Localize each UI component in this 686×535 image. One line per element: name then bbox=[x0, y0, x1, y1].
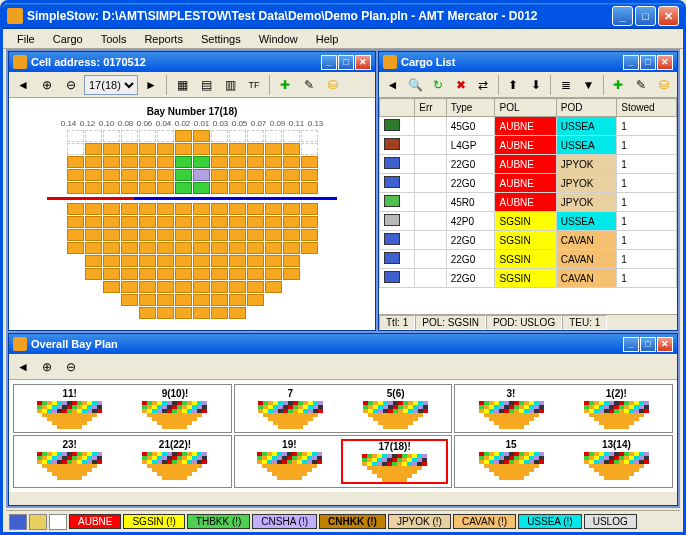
bay-cell[interactable] bbox=[175, 307, 192, 319]
bay-cell[interactable] bbox=[247, 242, 264, 254]
bay-cell[interactable] bbox=[301, 143, 318, 155]
bay-cell[interactable] bbox=[157, 143, 174, 155]
bay-cell[interactable] bbox=[247, 229, 264, 241]
nav-back-button[interactable]: ◄ bbox=[382, 74, 403, 96]
overall-bay-grid[interactable]: 11!9(10)!75(6)3!1(2)!23!21(22)!19!17(18)… bbox=[9, 380, 677, 492]
bay-cell[interactable] bbox=[85, 169, 102, 181]
bay-cell[interactable] bbox=[265, 229, 282, 241]
bay-cell[interactable] bbox=[229, 203, 246, 215]
bay-cell[interactable] bbox=[139, 281, 156, 293]
panel-close-button[interactable]: ✕ bbox=[657, 337, 673, 352]
bay-cell[interactable] bbox=[67, 203, 84, 215]
table-row[interactable]: 22G0 AUBNE JPYOK 1 bbox=[380, 155, 677, 174]
bay-cell[interactable] bbox=[157, 255, 174, 267]
port-chip-cnsha[interactable]: CNSHA (!) bbox=[252, 514, 317, 529]
bay-cell[interactable] bbox=[121, 156, 138, 168]
bay-cell[interactable] bbox=[229, 216, 246, 228]
bay-cell[interactable] bbox=[265, 182, 282, 194]
bay-cell[interactable] bbox=[193, 203, 210, 215]
bay-cell[interactable] bbox=[301, 229, 318, 241]
col-header[interactable] bbox=[380, 99, 415, 117]
bay-cell[interactable] bbox=[211, 268, 228, 280]
bay-cell[interactable] bbox=[85, 143, 102, 155]
bay-cell[interactable] bbox=[283, 255, 300, 267]
bay-cell[interactable] bbox=[139, 130, 156, 142]
bay-cell[interactable] bbox=[121, 255, 138, 267]
bay-cell[interactable] bbox=[229, 268, 246, 280]
bay-cell[interactable] bbox=[211, 307, 228, 319]
bay-cell[interactable] bbox=[193, 242, 210, 254]
bay-cell[interactable] bbox=[175, 255, 192, 267]
bay-cell[interactable] bbox=[67, 182, 84, 194]
tool-icon-3[interactable] bbox=[49, 514, 67, 530]
bay-cell[interactable] bbox=[301, 216, 318, 228]
bay-cell[interactable] bbox=[85, 242, 102, 254]
nav-forward-button[interactable]: ► bbox=[140, 74, 162, 96]
bay-cell[interactable] bbox=[139, 216, 156, 228]
bay-cell[interactable] bbox=[139, 255, 156, 267]
bay-cell[interactable] bbox=[193, 216, 210, 228]
bay-cell[interactable] bbox=[175, 216, 192, 228]
port-chip-jpyok[interactable]: JPYOK (!) bbox=[388, 514, 451, 529]
bay-cell[interactable] bbox=[85, 229, 102, 241]
sort-desc-icon[interactable]: ⬇ bbox=[526, 74, 547, 96]
bay-cell[interactable] bbox=[139, 307, 156, 319]
bay-cell[interactable] bbox=[247, 182, 264, 194]
table-row[interactable]: 22G0 SGSIN CAVAN 1 bbox=[380, 231, 677, 250]
bay-cell[interactable] bbox=[265, 203, 282, 215]
panel-minimize-button[interactable]: _ bbox=[321, 55, 337, 70]
cargo-table[interactable]: ErrTypePOLPODStowed 45G0 AUBNE USSEA 1 L… bbox=[379, 98, 677, 288]
bay-cell[interactable] bbox=[157, 281, 174, 293]
bay-cell[interactable] bbox=[121, 229, 138, 241]
panel-close-button[interactable]: ✕ bbox=[355, 55, 371, 70]
mini-bay[interactable]: 1(2)! bbox=[564, 388, 669, 429]
bay-cell[interactable] bbox=[103, 229, 120, 241]
bay-cell[interactable] bbox=[103, 130, 120, 142]
filter-icon[interactable]: ▼ bbox=[578, 74, 599, 96]
zoom-out-button[interactable]: ⊖ bbox=[60, 356, 82, 378]
mini-bay[interactable]: 21(22)! bbox=[122, 439, 227, 484]
menu-reports[interactable]: Reports bbox=[144, 33, 183, 45]
bay-cell[interactable] bbox=[193, 130, 210, 142]
mini-bay[interactable]: 19! bbox=[238, 439, 341, 484]
bay-cell[interactable] bbox=[193, 307, 210, 319]
layers-icon[interactable]: ▤ bbox=[195, 74, 217, 96]
bay-cell[interactable] bbox=[229, 229, 246, 241]
tool-icon-1[interactable] bbox=[9, 514, 27, 530]
bay-cell[interactable] bbox=[103, 242, 120, 254]
bay-cell[interactable] bbox=[265, 268, 282, 280]
bay-cell[interactable] bbox=[121, 281, 138, 293]
menu-file[interactable]: File bbox=[17, 33, 35, 45]
col-header[interactable]: Err bbox=[415, 99, 447, 117]
bay-cell[interactable] bbox=[283, 242, 300, 254]
bay-cell[interactable] bbox=[67, 229, 84, 241]
bay-cell[interactable] bbox=[283, 182, 300, 194]
bay-cell[interactable] bbox=[121, 216, 138, 228]
table-row[interactable]: 45G0 AUBNE USSEA 1 bbox=[380, 117, 677, 136]
bay-cell[interactable] bbox=[175, 281, 192, 293]
bay-cell[interactable] bbox=[211, 294, 228, 306]
mini-bay[interactable]: 23! bbox=[17, 439, 122, 484]
panel-close-button[interactable]: ✕ bbox=[657, 55, 673, 70]
mini-bay[interactable]: 3! bbox=[458, 388, 563, 429]
bay-cell[interactable] bbox=[283, 130, 300, 142]
bay-cell[interactable] bbox=[211, 216, 228, 228]
bay-cell[interactable] bbox=[193, 156, 210, 168]
bay-cell[interactable] bbox=[211, 242, 228, 254]
bay-cell[interactable] bbox=[103, 281, 120, 293]
grid-icon[interactable]: ▦ bbox=[171, 74, 193, 96]
bay-cell[interactable] bbox=[139, 156, 156, 168]
bay-cell[interactable] bbox=[229, 182, 246, 194]
zoom-icon[interactable]: 🔍 bbox=[405, 74, 426, 96]
bay-cell[interactable] bbox=[139, 143, 156, 155]
bay-cell[interactable] bbox=[283, 216, 300, 228]
mini-bay[interactable]: 5(6) bbox=[343, 388, 448, 429]
menu-help[interactable]: Help bbox=[316, 33, 339, 45]
bay-cell[interactable] bbox=[85, 255, 102, 267]
bay-cell[interactable] bbox=[85, 182, 102, 194]
bay-cell[interactable] bbox=[229, 294, 246, 306]
bay-cell[interactable] bbox=[301, 130, 318, 142]
bay-cell[interactable] bbox=[67, 169, 84, 181]
bay-cell[interactable] bbox=[157, 169, 174, 181]
bay-cell[interactable] bbox=[211, 255, 228, 267]
